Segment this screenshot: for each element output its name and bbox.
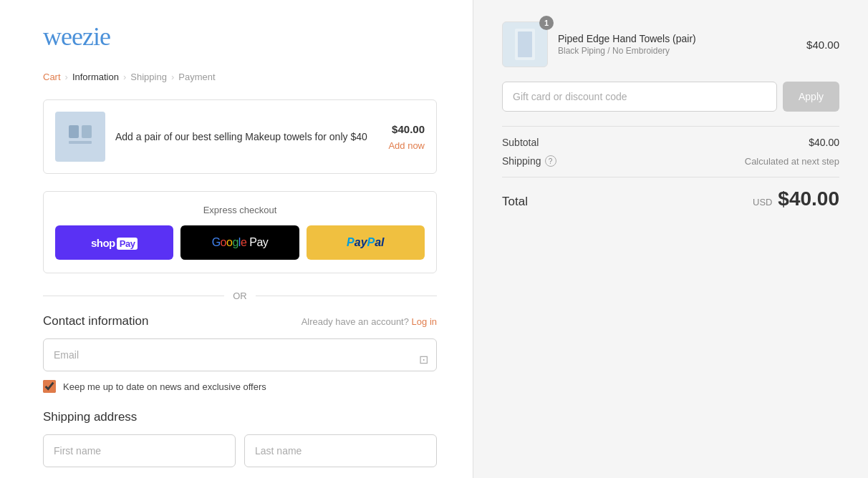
svg-rect-1 <box>82 125 92 138</box>
email-wrapper: ⊡ <box>43 338 437 380</box>
total-amount: $40.00 <box>778 187 839 210</box>
subtotal-value: $40.00 <box>809 137 839 148</box>
svg-rect-4 <box>518 31 532 57</box>
email-icon: ⊡ <box>419 353 428 366</box>
paypal-button[interactable]: PayPal <box>307 225 425 260</box>
product-variant: Black Piping / No Embroidery <box>558 46 796 56</box>
express-checkout-title: Express checkout <box>55 205 425 215</box>
total-currency: USD <box>753 197 772 208</box>
add-now-button[interactable]: Add now <box>388 140 425 151</box>
breadcrumb: Cart › Information › Shipping › Payment <box>43 72 437 82</box>
login-prompt: Already have an account? Log in <box>302 316 437 327</box>
subtotal-label: Subtotal <box>502 137 539 148</box>
email-input[interactable] <box>43 338 437 371</box>
contact-title: Contact information <box>43 314 148 328</box>
upsell-price: $40.00 <box>388 123 425 135</box>
upsell-actions: $40.00 Add now <box>388 123 425 151</box>
or-divider: OR <box>43 291 437 301</box>
express-checkout-buttons: shopPay Google Pay PayPal <box>55 225 425 260</box>
product-price: $40.00 <box>806 39 839 51</box>
login-link[interactable]: Log in <box>412 316 437 327</box>
discount-input[interactable] <box>502 82 777 112</box>
google-pay-button[interactable]: Google Pay <box>180 225 299 260</box>
divider-2 <box>502 177 839 177</box>
newsletter-label: Keep me up to date on news and exclusive… <box>63 381 266 392</box>
breadcrumb-payment: Payment <box>178 72 215 82</box>
shipping-help-icon[interactable]: ? <box>545 155 556 167</box>
contact-section-header: Contact information Already have an acco… <box>43 314 437 328</box>
product-thumbnail <box>502 21 548 67</box>
breadcrumb-sep-3: › <box>171 72 174 82</box>
product-name: Piped Edge Hand Towels (pair) <box>558 33 796 44</box>
upsell-image <box>55 112 105 162</box>
express-checkout-section: Express checkout shopPay Google Pay PayP… <box>43 191 437 273</box>
order-product-row: 1 Piped Edge Hand Towels (pair) Black Pi… <box>502 21 839 67</box>
discount-row: Apply <box>502 82 839 112</box>
shopify-pay-button[interactable]: shopPay <box>55 225 173 260</box>
breadcrumb-cart[interactable]: Cart <box>43 72 61 82</box>
upsell-description: Add a pair of our best selling Makeup to… <box>115 130 378 145</box>
subtotal-line: Subtotal $40.00 <box>502 137 839 148</box>
shipping-value: Calculated at next step <box>745 156 839 167</box>
breadcrumb-information: Information <box>72 72 119 82</box>
total-value-wrapper: USD $40.00 <box>753 187 839 210</box>
product-quantity-badge: 1 <box>539 16 554 30</box>
breadcrumb-sep-1: › <box>65 72 68 82</box>
brand-logo: weezie <box>43 21 437 52</box>
left-panel: weezie Cart › Information › Shipping › P… <box>0 0 473 478</box>
paypal-icon: PayPal <box>347 236 384 249</box>
apply-button[interactable]: Apply <box>783 82 839 112</box>
product-info: Piped Edge Hand Towels (pair) Black Pipi… <box>558 33 796 56</box>
right-panel: 1 Piped Edge Hand Towels (pair) Black Pi… <box>473 0 868 478</box>
google-pay-icon: Google Pay <box>212 236 269 249</box>
divider-1 <box>502 126 839 127</box>
newsletter-checkbox[interactable] <box>43 380 56 393</box>
last-name-input[interactable] <box>244 434 437 467</box>
name-row <box>43 434 437 467</box>
svg-rect-0 <box>69 125 79 138</box>
upsell-card: Add a pair of our best selling Makeup to… <box>43 99 437 174</box>
breadcrumb-sep-2: › <box>123 72 126 82</box>
svg-rect-2 <box>69 141 92 144</box>
product-thumbnail-wrapper: 1 <box>502 21 548 67</box>
breadcrumb-shipping: Shipping <box>130 72 167 82</box>
newsletter-row: Keep me up to date on news and exclusive… <box>43 380 437 393</box>
shopify-pay-icon: shopPay <box>91 237 138 249</box>
shipping-line: Shipping ? Calculated at next step <box>502 155 839 167</box>
total-line: Total USD $40.00 <box>502 187 839 210</box>
total-label: Total <box>502 195 528 209</box>
shipping-address-title: Shipping address <box>43 410 437 424</box>
first-name-input[interactable] <box>43 434 236 467</box>
shipping-label: Shipping ? <box>502 155 556 167</box>
